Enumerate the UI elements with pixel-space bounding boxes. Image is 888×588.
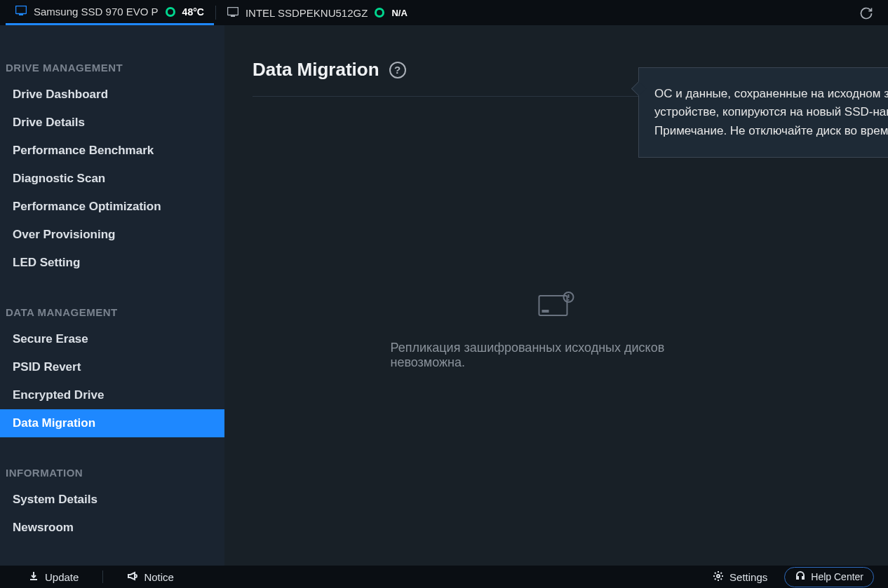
sidebar-group-title: INFORMATION	[0, 460, 224, 486]
topbar: Samsung SSD 970 EVO P 48°C INTEL SSDPEKN…	[0, 0, 888, 25]
tab-separator	[215, 6, 216, 20]
svg-rect-2	[227, 7, 238, 15]
sidebar-item-drive-dashboard[interactable]: Drive Dashboard	[0, 81, 224, 109]
content: Data Migration ? ОС и данные, сохраненны…	[224, 25, 888, 588]
sidebar-item-encrypted-drive[interactable]: Encrypted Drive	[0, 381, 224, 409]
sidebar-group-title: DATA MANAGEMENT	[0, 299, 224, 325]
drive-tab-samsung[interactable]: Samsung SSD 970 EVO P 48°C	[6, 0, 214, 25]
sidebar-item-psid-revert[interactable]: PSID Revert	[0, 353, 224, 381]
sidebar: DRIVE MANAGEMENT Drive Dashboard Drive D…	[0, 25, 224, 588]
sidebar-item-drive-details[interactable]: Drive Details	[0, 109, 224, 137]
svg-point-11	[717, 575, 720, 577]
drive-na: N/A	[391, 8, 407, 18]
svg-rect-0	[16, 6, 27, 14]
sidebar-group-drive-management: DRIVE MANAGEMENT Drive Dashboard Drive D…	[0, 55, 224, 277]
megaphone-icon	[127, 570, 138, 584]
update-button[interactable]: Update	[28, 570, 79, 584]
drive-temp: 48°C	[182, 6, 204, 18]
sidebar-item-led-setting[interactable]: LED Setting	[0, 249, 224, 277]
svg-rect-1	[19, 14, 23, 15]
status-circle-icon	[375, 8, 384, 18]
empty-state: Репликация зашифрованных исходных дисков…	[391, 292, 722, 370]
bottombar: Update Notice Settings Help Center	[0, 566, 888, 588]
settings-label: Settings	[729, 571, 767, 583]
gear-icon	[713, 570, 724, 584]
notice-button[interactable]: Notice	[127, 570, 174, 584]
svg-rect-7	[541, 310, 549, 313]
sidebar-item-performance-benchmark[interactable]: Performance Benchmark	[0, 137, 224, 165]
sidebar-group-information: INFORMATION System Details Newsroom	[0, 460, 224, 542]
bottom-separator	[102, 570, 103, 583]
drive-name: INTEL SSDPEKNU512GZ	[245, 7, 368, 19]
svg-point-10	[567, 299, 569, 301]
sidebar-group-data-management: DATA MANAGEMENT Secure Erase PSID Revert…	[0, 299, 224, 437]
drive-name: Samsung SSD 970 EVO P	[34, 6, 159, 18]
sidebar-item-diagnostic-scan[interactable]: Diagnostic Scan	[0, 165, 224, 193]
tooltip: ОС и данные, сохраненные на исходном зап…	[638, 67, 888, 158]
refresh-icon	[859, 6, 873, 20]
headset-icon	[795, 570, 806, 584]
settings-button[interactable]: Settings	[713, 570, 767, 584]
drive-warning-icon	[537, 292, 575, 322]
help-center-label: Help Center	[811, 571, 863, 582]
page-title: Data Migration	[253, 59, 379, 81]
sidebar-item-performance-optimization[interactable]: Performance Optimization	[0, 193, 224, 221]
empty-state-message: Репликация зашифрованных исходных дисков…	[391, 341, 722, 370]
sidebar-item-over-provisioning[interactable]: Over Provisioning	[0, 221, 224, 249]
sidebar-item-secure-erase[interactable]: Secure Erase	[0, 325, 224, 353]
sidebar-item-system-details[interactable]: System Details	[0, 486, 224, 514]
tooltip-text: ОС и данные, сохраненные на исходном зап…	[654, 85, 888, 140]
sidebar-group-title: DRIVE MANAGEMENT	[0, 55, 224, 81]
help-center-button[interactable]: Help Center	[784, 567, 874, 587]
drive-icon	[15, 6, 27, 18]
help-icon[interactable]: ?	[389, 62, 406, 78]
svg-rect-3	[231, 15, 235, 17]
drive-tab-intel[interactable]: INTEL SSDPEKNU512GZ N/A	[217, 0, 417, 25]
drive-icon	[227, 7, 238, 19]
refresh-button[interactable]	[859, 6, 874, 21]
update-label: Update	[45, 571, 79, 583]
main: DRIVE MANAGEMENT Drive Dashboard Drive D…	[0, 25, 888, 588]
sidebar-item-newsroom[interactable]: Newsroom	[0, 514, 224, 542]
notice-label: Notice	[144, 571, 174, 583]
status-circle-icon	[166, 7, 175, 17]
download-icon	[28, 570, 39, 584]
sidebar-item-data-migration[interactable]: Data Migration	[0, 409, 224, 437]
